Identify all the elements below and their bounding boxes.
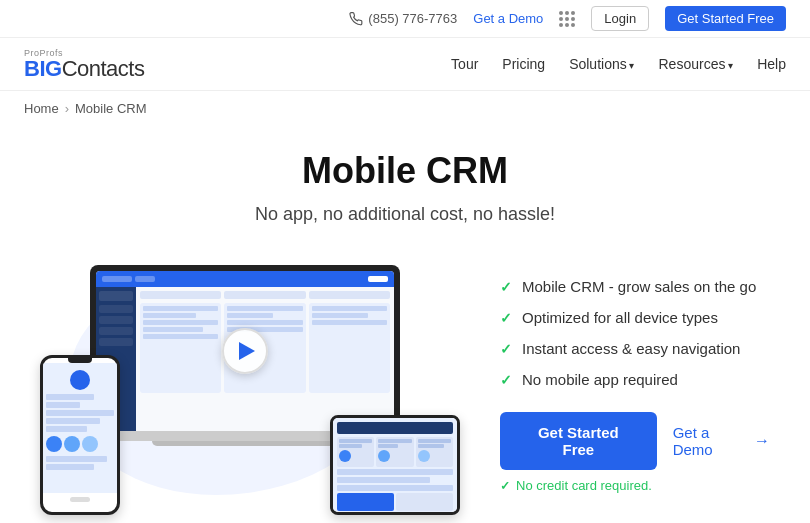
features-section: ✓ Mobile CRM - grow sales on the go ✓ Op… <box>500 278 770 493</box>
get-a-demo-link[interactable]: Get a Demo <box>473 11 543 26</box>
logo: ProProfs BIGContacts <box>24 48 144 80</box>
play-icon <box>239 342 255 360</box>
top-bar: (855) 776-7763 Get a Demo Login Get Star… <box>0 0 810 38</box>
get-a-demo-label: Get a Demo <box>673 424 750 458</box>
feature-item: ✓ No mobile app required <box>500 371 770 388</box>
check-icon: ✓ <box>500 279 512 295</box>
device-mockup-area <box>40 255 460 515</box>
logo-main-text: BIGContacts <box>24 58 144 80</box>
check-icon: ✓ <box>500 310 512 326</box>
breadcrumb-separator: › <box>65 101 69 116</box>
feature-item: ✓ Instant access & easy navigation <box>500 340 770 357</box>
phone-number: (855) 776-7763 <box>349 11 457 26</box>
no-credit-card-text: ✓ No credit card required. <box>500 478 770 493</box>
breadcrumb: Home › Mobile CRM <box>0 91 810 126</box>
login-button[interactable]: Login <box>591 6 649 31</box>
get-started-free-button[interactable]: Get Started Free <box>500 412 657 470</box>
navbar: ProProfs BIGContacts Tour Pricing Soluti… <box>0 38 810 91</box>
play-button[interactable] <box>222 328 268 374</box>
breadcrumb-home[interactable]: Home <box>24 101 59 116</box>
feature-list: ✓ Mobile CRM - grow sales on the go ✓ Op… <box>500 278 770 388</box>
nav-tour[interactable]: Tour <box>451 56 478 72</box>
feature-item: ✓ Optimized for all device types <box>500 309 770 326</box>
nav-pricing[interactable]: Pricing <box>502 56 545 72</box>
breadcrumb-current: Mobile CRM <box>75 101 147 116</box>
nav-links: Tour Pricing Solutions Resources Help <box>451 56 786 72</box>
nav-solutions[interactable]: Solutions <box>569 56 634 72</box>
main-content: ✓ Mobile CRM - grow sales on the go ✓ Op… <box>0 235 810 523</box>
hero-subtitle: No app, no additional cost, no hassle! <box>20 204 790 225</box>
arrow-icon: → <box>754 432 770 450</box>
hero-title: Mobile CRM <box>20 150 790 192</box>
get-started-free-button-top[interactable]: Get Started Free <box>665 6 786 31</box>
cta-area: Get Started Free Get a Demo → <box>500 412 770 470</box>
grid-icon <box>559 11 575 27</box>
nav-help[interactable]: Help <box>757 56 786 72</box>
check-icon: ✓ <box>500 372 512 388</box>
hero-section: Mobile CRM No app, no additional cost, n… <box>0 126 810 235</box>
get-a-demo-link-main[interactable]: Get a Demo → <box>673 424 770 458</box>
check-icon: ✓ <box>500 341 512 357</box>
tablet-mockup <box>330 415 460 515</box>
feature-item: ✓ Mobile CRM - grow sales on the go <box>500 278 770 295</box>
phone-mockup <box>40 355 120 515</box>
check-icon: ✓ <box>500 479 510 493</box>
nav-resources[interactable]: Resources <box>659 56 734 72</box>
